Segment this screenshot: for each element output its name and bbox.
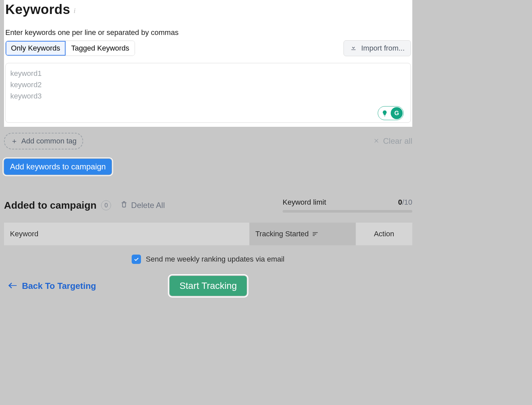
tab-only-keywords[interactable]: Only Keywords: [6, 41, 66, 56]
back-to-targeting-button[interactable]: Back To Targeting: [8, 281, 96, 291]
keyword-type-segmented: Only Keywords Tagged Keywords: [5, 41, 135, 56]
column-action: Action: [356, 223, 412, 245]
delete-all-button[interactable]: Delete All: [120, 201, 165, 210]
campaign-header-row: Added to campaign 0 Delete All Keyword l…: [4, 198, 412, 213]
close-icon: [374, 136, 380, 146]
campaign-left: Added to campaign 0 Delete All: [4, 200, 165, 211]
svg-rect-1: [313, 234, 316, 234]
delete-all-label: Delete All: [131, 201, 165, 210]
svg-rect-0: [313, 232, 318, 233]
grammarly-icon: G: [391, 107, 403, 119]
campaign-count-badge: 0: [101, 200, 111, 210]
page-title: Keywords: [5, 2, 70, 17]
page-subtitle: Enter keywords one per line or separated…: [5, 28, 411, 37]
add-keywords-to-campaign-button[interactable]: Add keywords to campaign: [4, 159, 112, 175]
import-from-button[interactable]: Import from...: [343, 40, 411, 56]
campaign-right: Keyword limit 0/10: [283, 198, 412, 213]
clear-all-button[interactable]: Clear all: [374, 136, 412, 146]
plus-icon: ＋: [11, 136, 18, 146]
added-to-campaign-heading: Added to campaign: [4, 200, 96, 211]
weekly-email-checkbox[interactable]: [132, 255, 141, 264]
title-row: Keywords i: [5, 0, 411, 17]
footer-row: Back To Targeting Start Tracking: [4, 276, 412, 303]
arrow-left-icon: [8, 281, 17, 291]
bulb-icon: [379, 107, 391, 119]
download-icon: [350, 44, 357, 53]
clear-all-label: Clear all: [383, 136, 412, 146]
tab-tagged-keywords[interactable]: Tagged Keywords: [66, 41, 135, 56]
below-card-area: ＋ Add common tag Clear all Add keywords …: [0, 133, 416, 303]
keywords-textarea[interactable]: [5, 63, 411, 123]
weekly-email-row: Send me weekly ranking updates via email: [4, 255, 412, 264]
svg-rect-2: [313, 235, 315, 236]
start-tracking-button[interactable]: Start Tracking: [170, 276, 247, 296]
info-icon[interactable]: i: [73, 6, 75, 15]
keyword-limit-value: 0/10: [398, 198, 412, 207]
keyword-limit-row: Keyword limit 0/10: [283, 198, 412, 207]
keyword-limit-bar: [283, 210, 412, 213]
add-common-tag-button[interactable]: ＋ Add common tag: [4, 133, 83, 149]
column-tracking-started[interactable]: Tracking Started: [249, 223, 356, 245]
trash-icon: [120, 201, 128, 210]
weekly-email-label: Send me weekly ranking updates via email: [146, 255, 284, 264]
column-tracking-label: Tracking Started: [255, 230, 309, 238]
column-keyword[interactable]: Keyword: [4, 223, 249, 245]
add-common-tag-label: Add common tag: [21, 137, 76, 145]
back-label: Back To Targeting: [22, 281, 96, 291]
tabs-row: Only Keywords Tagged Keywords Import fro…: [5, 40, 411, 56]
tag-row: ＋ Add common tag Clear all: [4, 133, 412, 149]
keyword-limit-label: Keyword limit: [283, 198, 326, 207]
grammarly-widget[interactable]: G: [378, 106, 404, 120]
sort-desc-icon: [312, 230, 318, 238]
table-header: Keyword Tracking Started Action: [4, 223, 412, 245]
import-label: Import from...: [361, 44, 405, 53]
keywords-card: Keywords i Enter keywords one per line o…: [4, 0, 412, 127]
